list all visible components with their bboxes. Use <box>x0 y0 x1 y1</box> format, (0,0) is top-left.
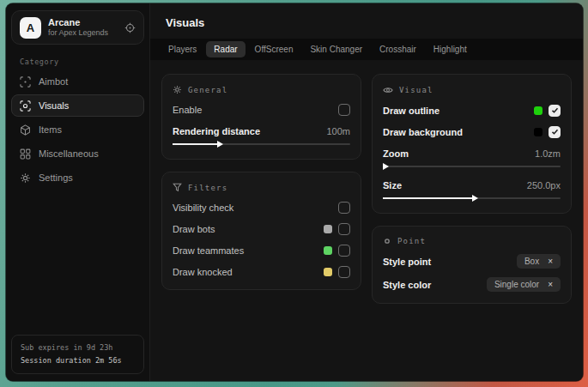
slider-thumb[interactable] <box>383 163 389 170</box>
slider-thumb[interactable] <box>472 195 478 202</box>
draw-outline-checkbox[interactable] <box>549 105 561 117</box>
grid-icon <box>20 148 31 160</box>
draw-knocked-color-swatch[interactable] <box>324 268 332 276</box>
cube-icon <box>20 124 31 136</box>
tab-highlight[interactable]: Highlight <box>426 41 475 57</box>
sidebar-item-label: Settings <box>39 172 73 183</box>
draw-background-color-swatch[interactable] <box>534 128 543 136</box>
point-panel: Point Style point Box × <box>372 226 572 304</box>
draw-teammates-color-swatch[interactable] <box>324 246 332 255</box>
rendering-distance-value: 100m <box>326 126 350 136</box>
tab-offscreen[interactable]: OffScreen <box>247 41 301 57</box>
style-point-tag[interactable]: Box × <box>517 254 561 269</box>
sidebar-item-label: Miscellaneous <box>39 148 99 159</box>
sidebar-item-label: Items <box>39 124 62 135</box>
enable-checkbox[interactable] <box>338 104 350 116</box>
eye-scan-icon <box>20 100 31 112</box>
app-name: Arcane <box>48 17 108 29</box>
session-info-card: Sub expires in 9d 23h Session duration 2… <box>11 335 144 374</box>
gear-icon <box>20 172 31 184</box>
sidebar-item-items[interactable]: Items <box>11 118 144 141</box>
sidebar-item-visuals[interactable]: Visuals <box>11 94 144 117</box>
point-icon <box>383 237 391 245</box>
zoom-slider[interactable] <box>383 163 561 170</box>
draw-teammates-label: Draw teammates <box>173 245 244 256</box>
draw-knocked-label: Draw knocked <box>173 267 233 277</box>
draw-bots-color-swatch[interactable] <box>324 225 332 233</box>
session-duration-text: Session duration 2m 56s <box>21 354 135 367</box>
category-label: Category <box>20 57 149 66</box>
draw-outline-row: Draw outline <box>383 104 561 117</box>
style-color-row: Style color Single color × <box>383 277 561 292</box>
size-row: Size 250.0px <box>383 178 561 191</box>
draw-background-label: Draw background <box>383 127 463 137</box>
desktop-background: A Arcane for Apex Legends Category <box>0 0 588 387</box>
draw-knocked-checkbox[interactable] <box>338 266 350 278</box>
style-color-label: Style color <box>383 280 431 290</box>
sidebar-item-label: Aimbot <box>39 76 68 87</box>
draw-outline-color-swatch[interactable] <box>534 106 543 115</box>
style-point-row: Style point Box × <box>383 254 561 269</box>
draw-knocked-row: Draw knocked <box>173 265 350 278</box>
eye-icon <box>383 85 393 95</box>
crosshair-icon <box>20 76 31 88</box>
enable-row: Enable <box>173 103 350 116</box>
remove-icon[interactable]: × <box>548 281 553 289</box>
rendering-distance-label: Rendering distance <box>173 126 260 136</box>
draw-background-row: Draw background <box>383 125 561 138</box>
visual-panel: Visual Draw outline <box>372 74 572 214</box>
enable-label: Enable <box>173 105 202 115</box>
slider-thumb[interactable] <box>217 141 223 148</box>
visibility-check-label: Visibility check <box>173 203 233 213</box>
draw-outline-label: Draw outline <box>383 106 439 116</box>
visibility-check-checkbox[interactable] <box>338 202 350 214</box>
sub-expiry-text: Sub expires in 9d 23h <box>21 342 135 354</box>
draw-bots-checkbox[interactable] <box>338 223 350 235</box>
tab-crosshair[interactable]: Crosshair <box>372 41 424 57</box>
tab-skin-changer[interactable]: Skin Changer <box>302 41 370 57</box>
zoom-row: Zoom 1.0zm <box>383 147 561 160</box>
app-logo: A <box>20 17 41 39</box>
app-window: A Arcane for Apex Legends Category <box>6 3 583 381</box>
page-title: Visuals <box>150 3 583 39</box>
main-area: Visuals Players Radar OffScreen Skin Cha… <box>150 3 583 381</box>
remove-icon[interactable]: × <box>548 257 553 266</box>
zoom-value: 1.0zm <box>535 148 561 159</box>
size-value: 250.0px <box>527 180 561 190</box>
visibility-check-row: Visibility check <box>173 201 350 214</box>
draw-teammates-checkbox[interactable] <box>338 245 350 257</box>
tab-bar: Players Radar OffScreen Skin Changer Cro… <box>150 39 583 60</box>
panel-title: Point <box>397 237 426 245</box>
style-color-tag[interactable]: Single color × <box>487 277 561 292</box>
tab-radar[interactable]: Radar <box>206 41 245 57</box>
style-point-label: Style point <box>383 257 431 267</box>
content-area: General Enable Rendering distance <box>150 60 583 381</box>
draw-teammates-row: Draw teammates <box>173 244 350 257</box>
draw-background-checkbox[interactable] <box>549 126 561 138</box>
size-slider[interactable] <box>383 195 561 202</box>
sidebar-item-settings[interactable]: Settings <box>11 166 144 189</box>
app-header-card: A Arcane for Apex Legends <box>11 10 144 45</box>
panel-title: Filters <box>188 184 227 192</box>
rendering-distance-row: Rendering distance 100m <box>173 124 350 137</box>
tab-players[interactable]: Players <box>161 41 204 57</box>
funnel-icon <box>173 183 182 192</box>
app-subtitle: for Apex Legends <box>48 28 108 38</box>
sidebar-item-miscellaneous[interactable]: Miscellaneous <box>11 142 144 165</box>
panel-title: General <box>188 86 227 94</box>
general-panel: General Enable Rendering distance <box>161 74 361 160</box>
sidebar-item-aimbot[interactable]: Aimbot <box>11 70 144 93</box>
size-label: Size <box>383 180 402 190</box>
filters-panel: Filters Visibility check Draw bots <box>161 172 361 290</box>
sidebar: A Arcane for Apex Legends Category <box>6 3 150 381</box>
target-icon[interactable] <box>124 22 136 33</box>
draw-bots-row: Draw bots <box>173 222 350 235</box>
rendering-distance-slider[interactable] <box>173 141 350 148</box>
draw-bots-label: Draw bots <box>173 224 215 234</box>
sidebar-item-label: Visuals <box>39 100 69 111</box>
zoom-label: Zoom <box>383 148 409 159</box>
panel-title: Visual <box>399 86 433 94</box>
gear-icon <box>173 85 182 94</box>
